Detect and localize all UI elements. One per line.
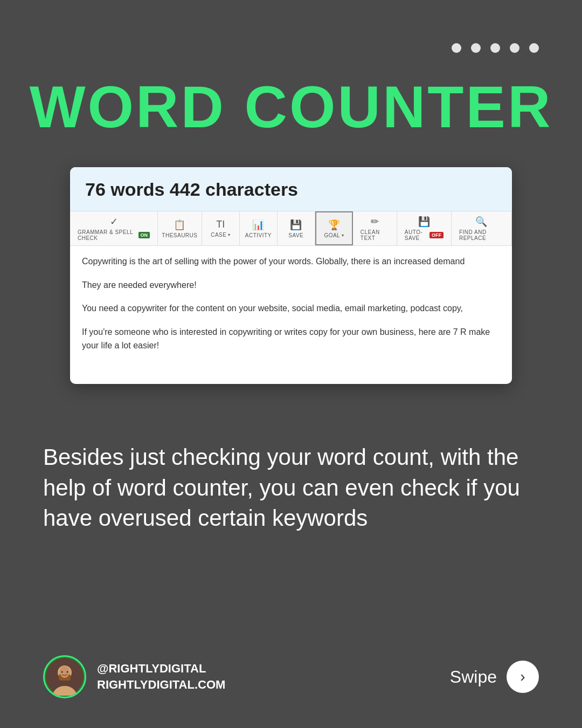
auto-save-label: AUTO-SAVE	[405, 229, 428, 241]
footer: @RIGHTLYDIGITAL RIGHTLYDIGITAL.COM Swipe…	[43, 655, 539, 698]
case-arrow-icon: ▾	[228, 232, 230, 237]
text-paragraph-3: You need a copywriter for the content on…	[82, 301, 500, 315]
toolbar-find-replace[interactable]: 🔍 FIND AND REPLACE	[452, 211, 512, 245]
dot-3[interactable]	[490, 43, 500, 53]
text-paragraph-4: If you're someone who is interested in c…	[82, 325, 500, 353]
dot-5[interactable]	[529, 43, 539, 53]
dot-2[interactable]	[471, 43, 481, 53]
search-icon: 🔍	[475, 216, 487, 228]
footer-info: @RIGHTLYDIGITAL RIGHTLYDIGITAL.COM	[97, 662, 225, 692]
svg-point-7	[67, 671, 68, 673]
toolbar-activity[interactable]: 📊 AcTIVITY	[240, 211, 278, 245]
dot-1[interactable]	[452, 43, 461, 53]
case-label: CASE	[211, 232, 226, 238]
toolbar-thesaurus[interactable]: 📋 THESAURUS	[158, 211, 202, 245]
svg-point-6	[61, 671, 63, 673]
clean-text-label: CLEAN TEXT	[361, 229, 389, 241]
avatar-image	[46, 658, 84, 696]
off-badge: OFF	[429, 232, 444, 238]
toolbar-grammar[interactable]: ✓ GRAMMAR & SPELL CHECK ON	[70, 211, 158, 245]
thesaurus-icon: 📋	[174, 219, 185, 231]
footer-website: RIGHTLYDIGITAL.COM	[97, 678, 225, 692]
chevron-right-icon: ›	[520, 668, 525, 685]
thesaurus-label: THESAURUS	[162, 232, 197, 238]
footer-right: Swipe ›	[450, 661, 539, 693]
screenshot-mockup: 76 words 442 characters ✓ GRAMMAR & SPEL…	[70, 167, 512, 384]
case-icon: TI	[216, 219, 225, 230]
auto-save-icon: 💾	[418, 216, 430, 228]
text-paragraph-2: They are needed everywhere!	[82, 278, 500, 292]
toolbar: ✓ GRAMMAR & SPELL CHECK ON 📋 THESAURUS T…	[70, 211, 512, 246]
goal-icon: 🏆	[328, 219, 340, 231]
goal-arrow-icon: ▾	[342, 233, 344, 238]
word-count-header: 76 words 442 characters	[70, 167, 512, 211]
toolbar-save[interactable]: 💾 SAVE	[278, 211, 315, 245]
swipe-label: Swipe	[450, 667, 497, 687]
footer-left: @RIGHTLYDIGITAL RIGHTLYDIGITAL.COM	[43, 655, 225, 698]
dot-4[interactable]	[510, 43, 519, 53]
toolbar-clean-text[interactable]: ✏ CLEAN TEXT	[353, 211, 397, 245]
description-text: Besides just checking your word count, w…	[43, 442, 539, 534]
checkmark-icon: ✓	[110, 216, 118, 228]
toolbar-auto-save[interactable]: 💾 AUTO-SAVE OFF	[397, 211, 452, 245]
pagination-dots	[452, 43, 539, 53]
avatar	[43, 655, 86, 698]
on-badge: ON	[138, 232, 150, 238]
page-title: WORD COUNTER	[0, 75, 582, 138]
toolbar-goal[interactable]: 🏆 GOAL ▾	[315, 211, 353, 245]
clean-text-icon: ✏	[371, 216, 379, 228]
activity-label: AcTIVITY	[245, 232, 272, 238]
find-replace-label: FIND AND REPLACE	[459, 229, 504, 241]
save-icon: 💾	[290, 219, 302, 231]
swipe-button[interactable]: ›	[507, 661, 539, 693]
save-label: SAVE	[288, 232, 303, 238]
text-paragraph-1: Copywriting is the art of selling with t…	[82, 255, 500, 269]
footer-handle: @RIGHTLYDIGITAL	[97, 662, 225, 676]
toolbar-case[interactable]: TI CASE ▾	[202, 211, 240, 245]
grammar-label: GRAMMAR & SPELL CHECK	[78, 229, 137, 241]
text-content-area: Copywriting is the art of selling with t…	[70, 246, 512, 384]
activity-icon: 📊	[252, 219, 264, 231]
goal-label: GOAL	[324, 232, 340, 238]
